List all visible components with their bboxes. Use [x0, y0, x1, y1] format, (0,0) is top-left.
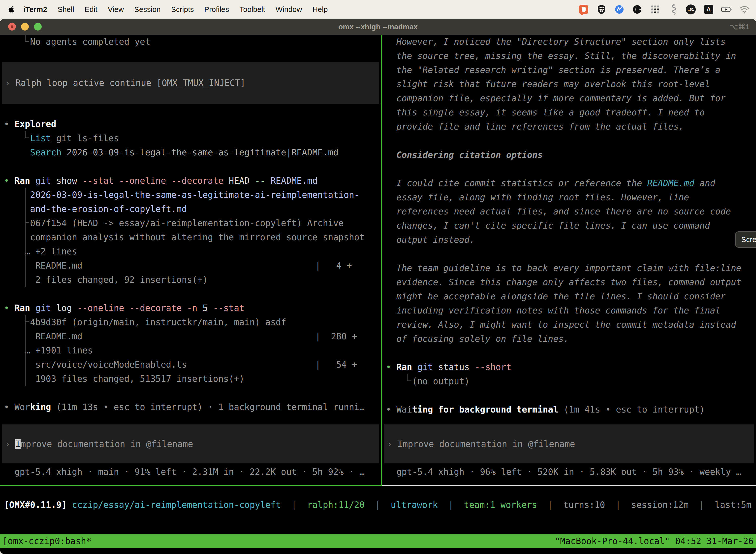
apple-menu-icon[interactable]: [8, 6, 15, 13]
terminal-line: might be acceptable alongside the file l…: [386, 289, 756, 303]
terminal-line: changes, I can't cite specific file line…: [386, 219, 756, 233]
left-agent-pane[interactable]: No agents completed yet› Ralph loop acti…: [0, 35, 382, 486]
omx-status-segment: ralph:11/20: [307, 500, 365, 510]
tree-guide-tick: [25, 41, 29, 42]
text-segment: 5: [203, 303, 213, 313]
steering-input-box[interactable]: › Ralph loop active continue [OMX_TMUX_I…: [2, 62, 379, 104]
dots-grid-icon[interactable]: [650, 4, 660, 15]
chat-app-icon[interactable]: [578, 4, 589, 15]
menu-item-iterm2[interactable]: iTerm2: [18, 5, 52, 14]
menu-item-profiles[interactable]: Profiles: [199, 5, 234, 14]
omx-status-segment: |: [281, 500, 307, 510]
text-segment: output instead.: [386, 235, 475, 245]
tmux-status-bar: [omx-cczip0:bash* "MacBook-Pro-44.local"…: [0, 535, 756, 548]
text-segment: 2026-03-09-is-legal-the-same-as-legitima…: [62, 148, 338, 157]
menu-item-edit[interactable]: Edit: [79, 5, 103, 14]
text-segment: evidence. Since this change only affects…: [386, 277, 741, 287]
text-segment: | 280 +: [315, 329, 357, 343]
terminal-line: [4, 287, 381, 301]
window-title-bar[interactable]: omx --xhigh --madmax ⌥⌘1: [0, 19, 756, 35]
badge-61-icon[interactable]: ..61: [686, 4, 696, 15]
menu-item-session[interactable]: Session: [129, 5, 166, 14]
chat-input-text: Improve documentation in @filename: [397, 439, 575, 449]
terminal-line: companion analysis without altering the …: [4, 230, 381, 244]
battery-icon[interactable]: [721, 4, 732, 15]
terminal-line: • Explored: [4, 117, 381, 131]
text-segment: [30, 176, 35, 186]
menu-item-view[interactable]: View: [103, 5, 129, 14]
keyboard-a-icon[interactable]: A: [703, 4, 714, 15]
text-segment: git ls-files: [51, 133, 119, 143]
text-segment: README.md: [4, 331, 82, 341]
shield-grid-icon[interactable]: [596, 4, 607, 15]
text-segment: src/voice/voiceModeEnabled.ts: [4, 359, 187, 370]
terminal-line: of focusing solely on file lines.: [386, 332, 756, 346]
omx-status-segment: [67, 500, 72, 510]
terminal-area: No agents completed yet› Ralph loop acti…: [0, 35, 756, 486]
text-segment: I could cite commit statistics or refere…: [386, 178, 647, 188]
text-segment: companion analysis without altering the …: [4, 232, 365, 242]
tree-guide-line: [25, 131, 25, 138]
text-segment: README.md: [265, 176, 318, 186]
omx-status-segment: last:5m ago: [715, 500, 756, 510]
menu-item-scripts[interactable]: Scripts: [166, 5, 199, 14]
terminal-line: slight risk that future readers may over…: [386, 77, 756, 91]
text-segment: 2026-03-09-is-legal-the-same-as-legitima…: [4, 190, 359, 200]
text-segment: •: [4, 119, 14, 129]
steering-text: Ralph loop active continue [OMX_TMUX_INJ…: [15, 78, 245, 88]
terminal-line: 2026-03-09-is-legal-the-same-as-legitima…: [4, 188, 381, 202]
menu-item-window[interactable]: Window: [270, 5, 307, 14]
wifi-icon[interactable]: [739, 4, 750, 15]
tmux-session-label: [omx-cczip0:bash*: [2, 535, 91, 548]
text-segment: references need actual files, and since …: [386, 207, 731, 216]
text-segment: --stat --oneline --decorate: [82, 176, 224, 186]
text-segment: provide file and line references from th…: [386, 122, 684, 131]
right-agent-pane[interactable]: However, I noticed the "Directory Struct…: [382, 35, 756, 486]
chat-input-box[interactable]: › Improve documentation in @filename: [2, 425, 379, 463]
text-segment: ting for background terminal: [412, 404, 558, 414]
screen-share-sliver-button[interactable]: Scre: [735, 231, 756, 248]
omx-status-segment: [OMX#0.11.9]: [4, 500, 67, 510]
tree-guide-line: [25, 358, 25, 372]
omx-status-segment: session:12m: [631, 500, 689, 510]
terminal-line: • Working (11m 13s • esc to interrupt) ·…: [4, 400, 381, 414]
moon-pie-icon[interactable]: [632, 4, 642, 15]
menu-item-help[interactable]: Help: [307, 5, 333, 14]
close-window-button[interactable]: [8, 23, 16, 31]
omx-status-segment: team:1 workers: [464, 500, 537, 510]
zoom-window-button[interactable]: [34, 23, 42, 31]
text-segment: --stat: [213, 303, 244, 313]
terminal-line: evidence. Since this change only affects…: [386, 275, 756, 289]
terminal-line: [386, 134, 756, 148]
text-segment: 4b9d30f (origin/main, instructkr/main, m…: [4, 317, 286, 327]
terminal-line: 067f154 (HEAD -> essay/ai-reimplementati…: [4, 216, 381, 230]
text-segment: 2 files changed, 92 insertions(+): [4, 275, 208, 285]
squiggle-icon[interactable]: [668, 4, 678, 15]
tree-guide-tick: [407, 381, 411, 381]
minimize-window-button[interactable]: [21, 23, 29, 31]
menu-item-toolbelt[interactable]: Toolbelt: [234, 5, 270, 14]
tree-guide-line: [25, 343, 25, 358]
text-segment: this single essay, it seems like a good …: [386, 107, 705, 117]
terminal-line: [386, 388, 756, 403]
menu-item-shell[interactable]: Shell: [52, 5, 79, 14]
text-segment: •: [4, 303, 14, 313]
tree-guide-line: [25, 35, 25, 42]
terminal-line: references need actual files, and since …: [386, 205, 756, 219]
text-segment: changes, I can't cite specific file line…: [386, 221, 710, 231]
terminal-line: However, I noticed the "Directory Struct…: [386, 35, 756, 49]
chat-input-box[interactable]: › Improve documentation in @filename: [384, 425, 754, 463]
blue-bolt-icon[interactable]: [614, 4, 625, 15]
text-segment: and: [694, 178, 715, 188]
tree-guide-line: [25, 216, 25, 230]
omx-status-segment: |: [605, 500, 631, 510]
terminal-line: No agents completed yet: [4, 35, 381, 49]
terminal-line: [4, 386, 381, 400]
pane-spacer: [386, 417, 756, 425]
omx-status-line: [OMX#0.11.9] cczip/essay/ai-reimplementa…: [0, 492, 756, 517]
model-status-line: gpt-5.4 xhigh · 96% left · 520K in · 5.8…: [386, 465, 756, 479]
pane-spacer: [4, 414, 381, 425]
omx-status-segment: |: [438, 500, 464, 510]
omx-status-segment: cczip/essay/ai-reimplementation-copyleft: [72, 500, 281, 510]
text-segment: | 54 +: [315, 358, 357, 372]
